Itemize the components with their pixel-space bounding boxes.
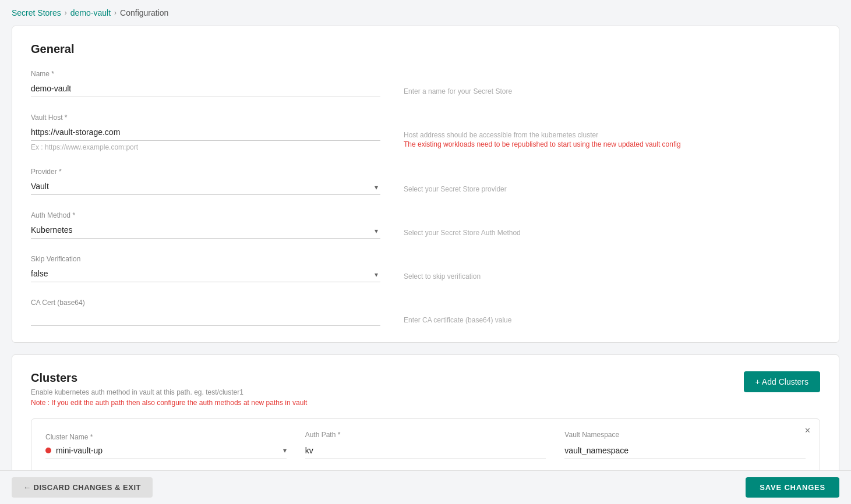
general-title: General (31, 42, 820, 56)
name-label: Name * (31, 70, 380, 78)
name-input[interactable] (31, 81, 380, 97)
auth-method-select-wrapper: Kubernetes Token AppRole ▾ (31, 223, 380, 239)
cluster-name-wrapper: mini-vault-up ▾ (45, 446, 287, 459)
vault-host-input[interactable] (31, 125, 380, 141)
vault-host-hint-right: Host address should be accessible from t… (404, 113, 820, 148)
provider-hint: Select your Secret Store provider (404, 185, 507, 193)
clusters-title: Clusters (31, 371, 307, 385)
vault-namespace-field: Vault Namespace (564, 431, 806, 459)
auth-path-label: Auth Path * (305, 431, 546, 439)
vault-host-field-left: Vault Host * Ex : https://www.example.co… (31, 113, 404, 151)
provider-hint-right: Select your Secret Store provider (404, 168, 820, 193)
cluster-name-field: Cluster Name * mini-vault-up ▾ (45, 433, 287, 459)
clusters-note: Note : If you edit the auth path then al… (31, 399, 307, 407)
skip-verification-select[interactable]: false true (31, 267, 380, 282)
cluster-card: × Cluster Name * mini-vault-up ▾ Auth (31, 418, 820, 474)
skip-verification-hint-right: Select to skip verification (404, 255, 820, 281)
auth-path-field: Auth Path * (305, 431, 546, 459)
clusters-header: Clusters Enable kubernetes auth method i… (31, 371, 820, 407)
clusters-title-block: Clusters Enable kubernetes auth method i… (31, 371, 307, 407)
ca-cert-field-left: CA Cert (base64) (31, 299, 404, 326)
vault-host-accessible-hint: Host address should be accessible from t… (404, 131, 598, 139)
ca-cert-hint: Enter CA certificate (base64) value (404, 316, 511, 324)
auth-method-label: Auth Method * (31, 211, 380, 219)
cluster-name-label: Cluster Name * (45, 433, 287, 441)
ca-cert-input[interactable] (31, 310, 380, 326)
provider-label: Provider * (31, 168, 380, 176)
vault-host-label: Vault Host * (31, 113, 380, 122)
vault-host-error-hint: The existing workloads need to be republ… (404, 140, 820, 148)
breadcrumb: Secret Stores › demo-vault › Configurati… (0, 0, 851, 26)
cluster-name-chevron-down-icon: ▾ (283, 446, 287, 455)
auth-method-hint-right: Select your Secret Store Auth Method (404, 211, 820, 237)
provider-row: Provider * Vault AWS Azure GCP ▾ Select … (31, 168, 820, 195)
name-field-left: Name * (31, 70, 404, 97)
discard-button[interactable]: ← DISCARD CHANGES & EXIT (12, 477, 153, 498)
cluster-name-select[interactable]: mini-vault-up (56, 446, 278, 455)
name-hint: Enter a name for your Secret Store (404, 87, 512, 95)
breadcrumb-middle-link[interactable]: demo-vault (70, 8, 111, 17)
provider-select-wrapper: Vault AWS Azure GCP ▾ (31, 179, 380, 195)
add-clusters-button[interactable]: + Add Clusters (744, 371, 820, 392)
general-section: General Name * Enter a name for your Sec… (12, 26, 839, 343)
cluster-fields: Cluster Name * mini-vault-up ▾ Auth Path… (45, 431, 806, 459)
ca-cert-label: CA Cert (base64) (31, 299, 380, 307)
name-row: Name * Enter a name for your Secret Stor… (31, 70, 820, 97)
auth-method-field-left: Auth Method * Kubernetes Token AppRole ▾ (31, 211, 404, 239)
breadcrumb-root-link[interactable]: Secret Stores (12, 8, 61, 17)
auth-path-input[interactable] (305, 443, 546, 459)
cluster-close-button[interactable]: × (805, 426, 810, 435)
vault-host-row: Vault Host * Ex : https://www.example.co… (31, 113, 820, 151)
skip-verification-field-left: Skip Verification false true ▾ (31, 255, 404, 282)
cluster-status-dot (45, 448, 51, 453)
provider-select[interactable]: Vault AWS Azure GCP (31, 179, 380, 195)
breadcrumb-current: Configuration (120, 8, 168, 17)
provider-field-left: Provider * Vault AWS Azure GCP ▾ (31, 168, 404, 195)
vault-namespace-label: Vault Namespace (564, 431, 806, 439)
skip-verification-select-wrapper: false true ▾ (31, 267, 380, 282)
vault-namespace-input[interactable] (564, 443, 806, 459)
skip-verification-hint: Select to skip verification (404, 272, 481, 281)
clusters-description: Enable kubernetes auth method in vault a… (31, 388, 307, 396)
auth-method-row: Auth Method * Kubernetes Token AppRole ▾… (31, 211, 820, 239)
save-button[interactable]: SAVE CHANGES (746, 477, 839, 498)
skip-verification-row: Skip Verification false true ▾ Select to… (31, 255, 820, 282)
name-hint-right: Enter a name for your Secret Store (404, 70, 820, 95)
auth-method-hint: Select your Secret Store Auth Method (404, 229, 521, 237)
auth-method-select[interactable]: Kubernetes Token AppRole (31, 223, 380, 239)
ca-cert-hint-right: Enter CA certificate (base64) value (404, 299, 820, 324)
footer-bar: ← DISCARD CHANGES & EXIT SAVE CHANGES (0, 470, 851, 504)
vault-host-hint-below: Ex : https://www.example.com:port (31, 143, 380, 151)
breadcrumb-sep1: › (65, 9, 67, 17)
ca-cert-row: CA Cert (base64) Enter CA certificate (b… (31, 299, 820, 326)
breadcrumb-sep2: › (114, 9, 116, 17)
skip-verification-label: Skip Verification (31, 255, 380, 263)
